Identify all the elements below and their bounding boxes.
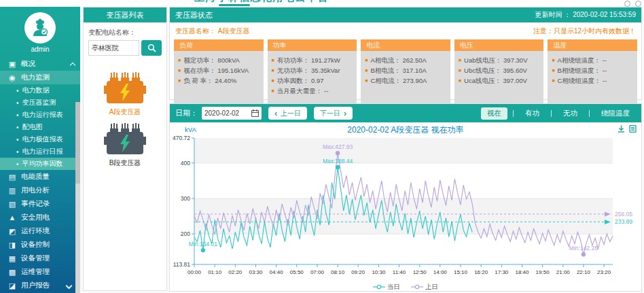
power-icon: ◉ xyxy=(8,73,16,82)
sidebar-item-1[interactable]: ◉电力监测 xyxy=(0,71,80,84)
legend-item-1[interactable]: 上日 xyxy=(411,283,438,292)
bullet-square-icon: ■ xyxy=(178,78,181,83)
legend-label: 上日 xyxy=(425,283,438,292)
x-tick-label: 11:40 xyxy=(393,269,406,275)
transformer-name: 变压器名称： A段变压器 xyxy=(175,27,249,36)
sidebar-item-label: 设备管理 xyxy=(21,254,50,263)
avg-markline-label-1: 256.05 xyxy=(615,211,632,218)
sidebar-item-13[interactable]: ◩运行环境 xyxy=(0,224,80,238)
notification-icon[interactable] xyxy=(624,1,630,7)
search-icon xyxy=(147,44,156,52)
sidebar-item-label: 配电图 xyxy=(22,122,43,132)
sidebar-item-label: 电力监测 xyxy=(21,73,50,82)
y-tick-label: 200 xyxy=(181,230,190,237)
search-button[interactable] xyxy=(141,40,162,56)
sidebar-item-16[interactable]: ▩运维管理 xyxy=(0,265,80,279)
transformer-label: B段变压器 xyxy=(109,158,141,168)
bullet-icon: • xyxy=(16,99,19,107)
station-search-input[interactable] xyxy=(88,40,139,56)
x-tick-label: 00:00 xyxy=(187,269,202,275)
sidebar-item-6[interactable]: •电力极值报表 xyxy=(0,133,80,145)
card-metric: ■当月最大需量： -- xyxy=(272,86,353,96)
user-icon[interactable] xyxy=(635,1,641,7)
sidebar-item-label: 设备控制 xyxy=(21,240,50,249)
bullet-icon: • xyxy=(16,148,19,156)
sidebar-item-12[interactable]: ▲安全用电 xyxy=(0,211,80,224)
transformer-item-0[interactable]: A段变压器 xyxy=(104,72,146,117)
bullet-icon: • xyxy=(16,160,19,168)
desktop-icon: ▣ xyxy=(8,60,16,69)
bullet-square-icon: ■ xyxy=(272,58,274,63)
date-picker[interactable]: 2020-02-02 xyxy=(202,107,262,120)
min-label-1: Min:142.26 xyxy=(569,245,598,252)
topbar-icons xyxy=(624,1,641,7)
sidebar-item-4[interactable]: •电力运行报表 xyxy=(0,109,80,121)
mode-button-2[interactable]: 无功 xyxy=(557,107,584,120)
sidebar-item-7[interactable]: •电力运行日报 xyxy=(0,145,80,158)
sidebar-item-label: 概况 xyxy=(21,59,35,69)
y-tick-label: 400 xyxy=(181,160,190,167)
x-tick-label: 08:10 xyxy=(331,269,345,275)
transformer-status-panel: 变压器状态 更新时间 ： 2020-02-02 15:53:59 变压器名称： … xyxy=(169,7,642,100)
engineer-icon xyxy=(30,18,50,38)
sidebar-item-label: 用户报告 xyxy=(21,281,50,290)
sidebar-item-2[interactable]: •电力数据 xyxy=(0,84,80,97)
x-tick-label: 23:20 xyxy=(597,269,611,275)
avatar[interactable] xyxy=(24,12,56,44)
bullet-square-icon: ■ xyxy=(365,78,368,83)
mode-button-0[interactable]: 视在 xyxy=(481,107,507,120)
measure-mode-group: 视在有功无功绕阻温度 xyxy=(481,107,636,120)
prev-day-button[interactable]: ‹ 上一日 xyxy=(268,107,307,120)
chart-legend: 当日上日 xyxy=(170,283,641,291)
x-tick-label: 05:50 xyxy=(290,269,304,275)
sidebar-item-9[interactable]: ▤电能质量 xyxy=(0,170,80,184)
sidebar-item-8[interactable]: •平均功率因数 xyxy=(0,158,80,170)
bullet-icon: • xyxy=(16,87,19,94)
bullet-square-icon: ■ xyxy=(272,68,274,73)
sidebar-item-14[interactable]: ◨设备控制 xyxy=(0,238,80,252)
sidebar-item-15[interactable]: ▦设备管理 xyxy=(0,252,80,265)
card-metric: ■负 荷 率： 24.40% xyxy=(178,75,260,86)
chevron-up-icon[interactable] xyxy=(70,62,75,67)
mode-button-3[interactable]: 绕阻温度 xyxy=(595,107,636,120)
card-body: ■有功功率： 191.27kW■无功功率： 35.35kVar■功率因数： 0.… xyxy=(268,51,357,105)
x-tick-label: 07:00 xyxy=(310,269,325,275)
chart-panel: 日期： 2020-02-02 ‹ 上一日 下一日 › 视在有功无功绕阻温度 20… xyxy=(169,103,642,292)
x-tick-label: 12:50 xyxy=(413,269,427,275)
sidebar-scrollbar[interactable] xyxy=(75,102,80,293)
sidebar-item-3[interactable]: •变压器监测 xyxy=(0,97,80,109)
sidebar: admin ▣概况◉电力监测•电力数据•变压器监测•电力运行报表•配电图•电力极… xyxy=(0,7,80,293)
card-title: 电压 xyxy=(454,39,544,51)
min-marker-0 xyxy=(201,248,205,252)
device-icon: ▦ xyxy=(8,254,16,263)
legend-line-icon xyxy=(411,284,423,290)
legend-label: 当日 xyxy=(387,283,400,292)
card-title: 电流 xyxy=(361,39,450,51)
status-cards: 负荷■额定功率： 800kVA■视在功率： 195.16kVA■负 荷 率： 2… xyxy=(170,39,641,105)
x-tick-label: 09:20 xyxy=(351,269,365,275)
mode-separator xyxy=(513,110,514,117)
sidebar-item-5[interactable]: •配电图 xyxy=(0,121,80,133)
calendar-icon xyxy=(251,109,259,117)
x-tick-label: 15:10 xyxy=(454,269,468,275)
sidebar-item-10[interactable]: ▥用电分析 xyxy=(0,184,80,197)
legend-item-0[interactable]: 当日 xyxy=(373,283,400,292)
transformer-list-panel: 变压器列表 变配电站名称： A段变压器B段变压器 xyxy=(83,7,167,291)
mode-separator xyxy=(551,110,552,117)
card-body: ■A相绕组温度： --■B相绕组温度： --■C相绕组温度： -- xyxy=(548,51,637,105)
next-day-button[interactable]: 下一日 › xyxy=(314,107,353,120)
quality-icon: ▤ xyxy=(8,173,16,182)
transformer-list-title: 变压器列表 xyxy=(84,7,166,22)
card-metric: ■无功功率： 35.35kVar xyxy=(272,65,353,75)
transformer-item-1[interactable]: B段变压器 xyxy=(104,123,146,168)
transformer-label: A段变压器 xyxy=(109,107,141,117)
card-title: 功率 xyxy=(268,39,357,51)
card-title: 温度 xyxy=(548,39,637,51)
sidebar-item-11[interactable]: ▧事件记录 xyxy=(0,197,80,211)
station-name-label: 变配电站名称： xyxy=(88,28,162,37)
mode-button-1[interactable]: 有功 xyxy=(519,107,545,120)
status-card-2: 电流■A相电流： 262.50A■B相电流： 317.10A■C相电流： 273… xyxy=(361,39,450,105)
bullet-icon: • xyxy=(16,111,19,119)
card-metric: ■有功功率： 191.27kW xyxy=(272,55,353,65)
sidebar-item-0[interactable]: ▣概况 xyxy=(0,57,80,71)
